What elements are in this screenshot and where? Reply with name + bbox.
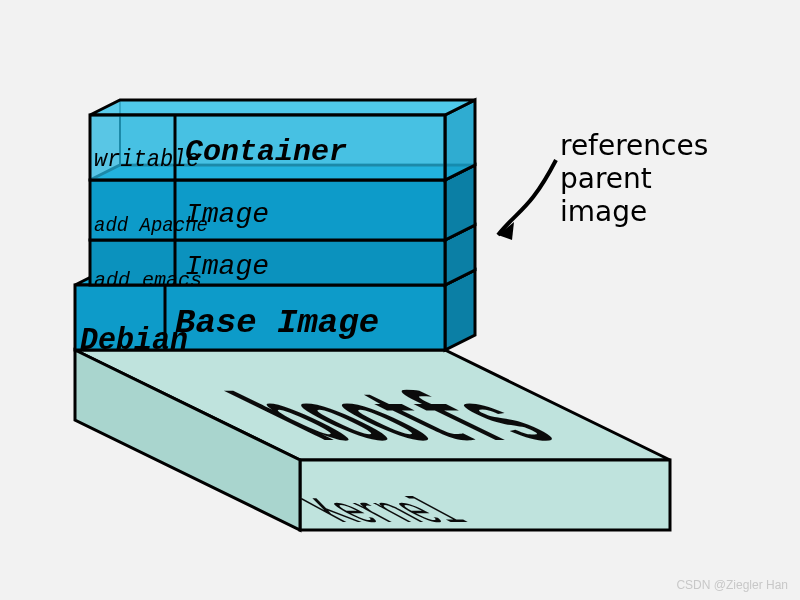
- container-left-label: writable: [94, 146, 200, 173]
- base-right-label: Base Image: [175, 304, 379, 342]
- emacs-right-label: Image: [185, 251, 269, 282]
- base-left-label: Debian: [80, 322, 188, 358]
- reference-annotation: references parent image: [560, 129, 708, 228]
- annotation-line3: image: [560, 195, 647, 228]
- container-layer: writable Container: [90, 100, 475, 180]
- watermark: CSDN @Ziegler Han: [676, 578, 788, 592]
- annotation-line2: parent: [560, 162, 652, 195]
- container-right-label: Container: [185, 135, 347, 169]
- reference-arrow: [498, 160, 556, 240]
- apache-right-label: Image: [185, 199, 269, 230]
- annotation-line1: references: [560, 129, 708, 162]
- svg-marker-17: [90, 100, 475, 115]
- kernel-slab: bootfs Kernel: [75, 350, 670, 533]
